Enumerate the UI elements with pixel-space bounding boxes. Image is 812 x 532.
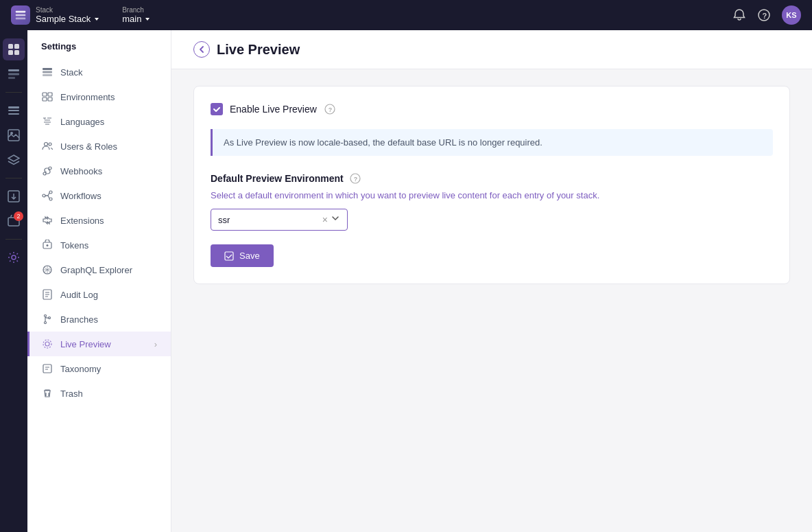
environments-icon — [41, 91, 53, 103]
svg-rect-24 — [48, 93, 52, 96]
extensions-icon — [41, 214, 53, 227]
graphql-icon — [41, 264, 53, 276]
svg-point-32 — [43, 194, 45, 197]
save-label: Save — [239, 251, 260, 261]
avatar[interactable]: KS — [782, 5, 801, 25]
sidebar-item-label: Audit Log — [60, 290, 98, 300]
info-text: As Live Preview is now locale-based, the… — [224, 137, 542, 148]
sidebar-item-label: Environments — [60, 92, 115, 102]
sidebar-item-audit-log[interactable]: Audit Log — [27, 282, 171, 307]
svg-text:?: ? — [329, 106, 333, 113]
topbar-right: ? KS — [732, 5, 801, 25]
sidebar-item-graphql[interactable]: GraphQL Explorer — [27, 257, 171, 282]
sidebar-item-environments[interactable]: Environments — [27, 84, 171, 109]
sidebar-item-webhooks[interactable]: Webhooks — [27, 159, 171, 183]
sidebar-item-label: Stack — [60, 67, 83, 78]
svg-point-42 — [45, 342, 49, 346]
sidebar-item-extensions[interactable]: Extensions — [27, 208, 171, 233]
workflows-icon — [41, 189, 53, 202]
content-header: Live Preview — [171, 30, 812, 69]
svg-rect-5 — [8, 44, 13, 49]
rail-icon-dashboard[interactable] — [3, 38, 25, 60]
svg-rect-2 — [16, 18, 25, 20]
rail-icon-marketplace[interactable]: 2 — [3, 210, 25, 232]
rail-icon-content[interactable] — [3, 63, 25, 85]
rail-divider-1 — [5, 92, 22, 93]
enable-checkbox[interactable] — [211, 103, 223, 115]
rail-divider-2 — [5, 178, 22, 178]
svg-point-40 — [45, 322, 47, 324]
svg-rect-8 — [14, 50, 19, 55]
sidebar-item-languages[interactable]: Languages — [27, 109, 171, 134]
stack-icon — [41, 66, 53, 78]
sidebar-item-users-roles[interactable]: Users & Roles — [27, 134, 171, 159]
settings-card: Enable Live Preview ? As Live Preview is… — [193, 86, 790, 284]
topbar: Stack Sample Stack Branch main — [0, 0, 812, 30]
live-preview-icon — [41, 338, 53, 350]
sidebar-item-label: Live Preview — [60, 339, 111, 349]
enable-help-icon[interactable]: ? — [324, 103, 336, 115]
svg-rect-10 — [8, 73, 19, 76]
users-icon — [41, 140, 53, 152]
webhooks-icon — [41, 165, 53, 177]
rail-icon-settings[interactable] — [3, 246, 25, 268]
svg-rect-9 — [8, 69, 19, 71]
section-desc: Select a default environment in which yo… — [211, 190, 773, 200]
svg-rect-0 — [16, 11, 25, 13]
dropdown-value: ssr — [218, 215, 320, 225]
svg-point-27 — [44, 118, 45, 119]
svg-point-19 — [12, 255, 16, 259]
stack-name[interactable]: Sample Stack — [36, 14, 100, 24]
tokens-icon — [41, 239, 53, 251]
enable-row: Enable Live Preview ? — [211, 103, 773, 115]
back-button[interactable] — [193, 41, 210, 58]
sidebar-item-live-preview[interactable]: Live Preview › — [27, 332, 171, 356]
content-area: Live Preview Enable Live Preview ? As Li… — [171, 30, 812, 532]
trash-icon — [41, 387, 53, 400]
svg-point-31 — [49, 167, 51, 170]
sidebar-item-trash[interactable]: Trash — [27, 381, 171, 406]
svg-rect-6 — [14, 44, 19, 49]
help-icon[interactable]: ? — [757, 8, 771, 22]
save-button[interactable]: Save — [211, 244, 274, 267]
sidebar-item-label: Webhooks — [60, 166, 102, 176]
sidebar-item-tokens[interactable]: Tokens — [27, 233, 171, 257]
svg-rect-26 — [48, 97, 52, 101]
sidebar-item-workflows[interactable]: Workflows — [27, 183, 171, 208]
svg-rect-21 — [43, 71, 52, 73]
brand: Stack Sample Stack Branch main — [11, 5, 151, 25]
notifications-icon[interactable] — [732, 8, 746, 22]
sidebar-item-stack[interactable]: Stack — [27, 60, 171, 84]
sidebar-item-branches[interactable]: Branches — [27, 307, 171, 332]
svg-text:?: ? — [354, 176, 358, 183]
sidebar-item-label: Tokens — [60, 240, 88, 251]
sidebar-item-label: Taxonomy — [60, 364, 101, 374]
sidebar-item-taxonomy[interactable]: Taxonomy — [27, 356, 171, 381]
page-title: Live Preview — [217, 42, 300, 58]
svg-point-39 — [45, 315, 47, 317]
svg-point-28 — [45, 143, 48, 146]
dropdown-clear-button[interactable]: × — [320, 214, 331, 225]
svg-rect-25 — [43, 97, 47, 101]
svg-point-36 — [47, 244, 49, 246]
svg-rect-44 — [43, 365, 51, 373]
section-help-icon[interactable]: ? — [349, 172, 361, 185]
rail-icon-assets[interactable] — [3, 124, 25, 146]
info-box: As Live Preview is now locale-based, the… — [211, 129, 773, 156]
svg-point-29 — [49, 143, 51, 146]
rail-icon-layers[interactable] — [3, 149, 25, 171]
sidebar-item-label: Trash — [60, 389, 83, 399]
branch-name[interactable]: main — [122, 14, 151, 24]
svg-point-33 — [49, 191, 52, 194]
svg-rect-7 — [8, 50, 13, 55]
rail-divider-3 — [5, 239, 22, 240]
dropdown-arrow-icon[interactable] — [331, 213, 340, 226]
environment-dropdown[interactable]: ssr × — [211, 209, 348, 231]
svg-point-30 — [43, 172, 46, 175]
rail-icon-import[interactable] — [3, 185, 25, 207]
svg-text:?: ? — [763, 12, 767, 20]
rail-icon-schema[interactable] — [3, 100, 25, 122]
svg-point-34 — [49, 198, 52, 200]
svg-rect-23 — [43, 93, 47, 96]
section-title: Default Preview Environment — [211, 173, 344, 184]
